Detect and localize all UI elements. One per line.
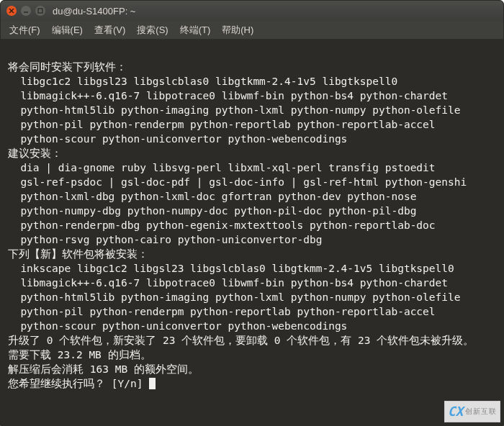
output-line: 建议安装： bbox=[8, 148, 62, 159]
maximize-icon[interactable] bbox=[35, 6, 45, 16]
output-line: 需要下载 23.2 MB 的归档。 bbox=[8, 349, 151, 361]
output-line: gsl-ref-psdoc | gsl-doc-pdf | gsl-doc-in… bbox=[8, 175, 496, 189]
minimize-icon[interactable] bbox=[21, 6, 31, 16]
output-line: 下列【新】软件包将被安装： bbox=[8, 248, 148, 260]
output-line: 解压缩后会消耗 163 MB 的额外空间。 bbox=[8, 363, 199, 375]
prompt-line: 您希望继续执行吗？ [Y/n] bbox=[8, 378, 149, 389]
output-line: dia | dia-gnome ruby libsvg-perl libxml-… bbox=[8, 160, 496, 175]
output-line: python-pil python-renderpm python-report… bbox=[8, 304, 496, 319]
menubar: 文件(F) 编辑(E) 查看(V) 搜索(S) 终端(T) 帮助(H) bbox=[1, 21, 503, 40]
menu-terminal[interactable]: 终端(T) bbox=[176, 22, 215, 39]
terminal-area[interactable]: 将会同时安装下列软件： libgc1c2 libgsl23 libgslcbla… bbox=[1, 40, 503, 425]
output-line: python-lxml-dbg python-lxml-doc gfortran… bbox=[8, 189, 496, 204]
menu-edit[interactable]: 编辑(E) bbox=[48, 22, 87, 39]
window-title: du@du-S1400FP: ~ bbox=[53, 6, 135, 17]
watermark-text: 创新互联 bbox=[465, 407, 497, 417]
output-line: python-html5lib python-imaging python-lx… bbox=[8, 103, 496, 117]
output-line: python-pil python-renderpm python-report… bbox=[8, 117, 496, 132]
output-line: python-rsvg python-cairo python-uniconve… bbox=[8, 232, 496, 247]
output-line: libmagick++-6.q16-7 libpotrace0 libwmf-b… bbox=[8, 276, 496, 290]
menu-help[interactable]: 帮助(H) bbox=[217, 22, 258, 39]
output-line: python-scour python-uniconvertor python-… bbox=[8, 319, 496, 333]
menu-search[interactable]: 搜索(S) bbox=[132, 22, 172, 39]
cursor-icon bbox=[149, 378, 156, 389]
output-line: inkscape libgc1c2 libgsl23 libgslcblas0 … bbox=[8, 261, 496, 276]
output-line: python-numpy-dbg python-numpy-doc python… bbox=[8, 204, 496, 218]
close-icon[interactable] bbox=[6, 6, 17, 16]
output-line: python-html5lib python-imaging python-lx… bbox=[8, 290, 496, 304]
menu-file[interactable]: 文件(F) bbox=[5, 22, 45, 39]
terminal-window: du@du-S1400FP: ~ 文件(F) 编辑(E) 查看(V) 搜索(S)… bbox=[0, 0, 504, 426]
watermark-logo: CX bbox=[448, 403, 464, 421]
output-line: python-renderpm-dbg python-egenix-mxtext… bbox=[8, 218, 496, 232]
window-controls bbox=[6, 6, 45, 16]
titlebar[interactable]: du@du-S1400FP: ~ bbox=[1, 1, 503, 21]
menu-view[interactable]: 查看(V) bbox=[90, 22, 130, 39]
watermark: CX 创新互联 bbox=[444, 401, 500, 422]
output-line: 升级了 0 个软件包，新安装了 23 个软件包，要卸载 0 个软件包，有 23 … bbox=[8, 335, 474, 346]
output-line: 将会同时安装下列软件： bbox=[8, 61, 127, 73]
output-line: python-scour python-uniconvertor python-… bbox=[8, 132, 496, 146]
svg-rect-3 bbox=[38, 9, 42, 13]
output-line: libmagick++-6.q16-7 libpotrace0 libwmf-b… bbox=[8, 89, 496, 103]
output-line: libgc1c2 libgsl23 libgslcblas0 libgtkmm-… bbox=[8, 74, 496, 89]
